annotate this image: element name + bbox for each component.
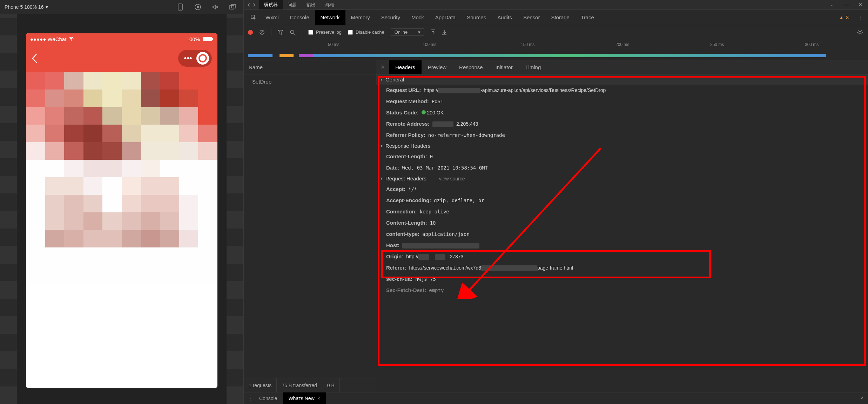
carrier-label: ●●●●● WeChat [30,36,66,42]
close-drawer-icon[interactable]: × [855,392,868,404]
menu-dots-icon[interactable]: ••• [181,52,195,65]
request-row[interactable]: SetDrop [244,74,376,88]
tab-sensor[interactable]: Sensor [518,10,546,25]
device-icon[interactable] [177,4,184,11]
request-headers-title[interactable]: ▼Request Headersview source [376,173,868,184]
disable-cache-checkbox[interactable]: Disable cache [348,29,384,35]
network-status-bar: 1 requests 75 B transferred 0 B [244,378,376,392]
tab-preview[interactable]: Preview [422,60,453,74]
network-timeline[interactable]: 50 ms 100 ms 150 ms 200 ms 250 ms 300 ms [244,39,868,60]
tab-mock[interactable]: Mock [406,10,430,25]
header-row: Request URL:https://-apim.azure-api.cn/a… [376,85,868,96]
close-tab-icon[interactable]: × [317,396,320,401]
simulator-toolbar: iPhone 5 100% 16 ▾ [0,0,243,14]
tab-initiator[interactable]: Initiator [489,60,519,74]
headers-body: ▼General Request URL:https://-apim.azure… [376,74,868,392]
tab-memory[interactable]: Memory [345,10,376,25]
drawer-handle-icon[interactable]: ⋮ [247,392,254,404]
record-icon[interactable] [194,4,201,11]
preserve-log-input[interactable] [308,30,313,35]
tab-problems[interactable]: 问题 [283,0,302,9]
general-title[interactable]: ▼General [376,74,868,85]
request-list-header[interactable]: Name [244,60,376,74]
device-selector[interactable]: iPhone 5 100% 16 ▾ [4,4,48,10]
preserve-log-checkbox[interactable]: Preserve log [308,29,342,35]
throttle-select[interactable]: Online ▾ [391,28,425,36]
svg-line-13 [261,31,263,34]
svg-rect-9 [203,37,212,41]
tab-terminal[interactable]: 终端 [321,0,339,9]
tab-sources[interactable]: Sources [461,10,492,25]
disable-cache-input[interactable] [348,30,353,35]
upload-icon[interactable] [431,29,436,35]
tab-audits[interactable]: Audits [492,10,518,25]
redacted [418,254,429,260]
close-icon[interactable]: ✕ [859,2,862,7]
sim-gutter-left [0,14,17,404]
warning-badge[interactable]: ▲ 3 [839,10,854,25]
header-row: Accept-Encoding:gzip, deflate, br [376,195,868,206]
chevron-down-icon[interactable]: ⌄ [830,2,834,7]
download-icon[interactable] [442,29,447,35]
view-source-link[interactable]: view source [439,176,465,181]
clear-icon[interactable] [259,29,265,35]
header-row: Content-Length:0 [376,151,868,162]
back-icon[interactable] [32,53,37,63]
close-detail-icon[interactable]: × [376,60,389,74]
windows-icon[interactable] [229,4,236,11]
svg-rect-7 [231,5,236,8]
nav-arrows-icon[interactable] [244,0,259,9]
redacted [402,243,479,249]
disable-cache-label: Disable cache [356,29,384,35]
devtools-panel: 调试器 问题 输出 终端 ⌄ — ✕ Wxml Console Network … [243,0,868,404]
wifi-icon [68,37,74,41]
timeline-tick: 200 ms [615,42,629,47]
response-headers-title[interactable]: ▼Response Headers [376,141,868,151]
minimize-icon[interactable]: — [844,2,849,7]
header-row: Connection:keep-alive [376,206,868,217]
capsule-menu: ••• [178,50,212,67]
detail-tabs: × Headers Preview Response Initiator Tim… [376,60,868,74]
tab-appdata[interactable]: AppData [430,10,461,25]
tab-wxml[interactable]: Wxml [260,10,284,25]
tab-console[interactable]: Console [284,10,315,25]
header-row: Remote Address: 2.205:443 [376,118,868,130]
header-row-referer: Referer:https://servicewechat.com/wx7d8p… [376,262,868,273]
tab-output[interactable]: 输出 [302,0,321,9]
svg-rect-10 [212,38,213,40]
redacted [438,88,480,93]
tab-headers[interactable]: Headers [389,60,422,74]
drawer-tab-whatsnew[interactable]: What's New× [283,392,325,404]
search-icon[interactable] [290,29,295,35]
header-row: Content-Length:10 [376,217,868,229]
record-button[interactable] [248,30,253,35]
tab-storage[interactable]: Storage [545,10,575,25]
timeline-tick: 50 ms [328,42,339,47]
tab-security[interactable]: Security [376,10,406,25]
tab-trace[interactable]: Trace [575,10,600,25]
svg-line-15 [294,33,295,35]
triangle-down-icon: ▼ [380,144,383,148]
preserve-log-label: Preserve log [316,29,342,35]
tab-debugger[interactable]: 调试器 [259,0,283,9]
drawer-tab-console[interactable]: Console [254,392,283,404]
header-row-origin: Origin:http:// :27373 [376,251,868,262]
tab-response[interactable]: Response [453,60,489,74]
header-row: Date:Wed, 03 Mar 2021 10:58:54 GMT [376,162,868,173]
network-toolbar: Preserve log Disable cache Online ▾ [244,25,868,39]
svg-rect-6 [230,6,234,9]
status-transferred: 75 B transferred [277,378,322,392]
console-drawer: ⋮ Console What's New× × [244,392,868,404]
header-row: Referrer Policy:no-referrer-when-downgra… [376,130,868,141]
filter-icon[interactable] [278,30,283,35]
timeline-tick: 300 ms [805,42,819,47]
inspect-icon[interactable] [247,10,260,25]
settings-icon[interactable] [857,29,868,35]
redacted [435,254,445,260]
close-capsule-icon[interactable] [196,52,209,65]
phone-frame: ●●●●● WeChat 100% [26,33,217,388]
tab-network[interactable]: Network [315,10,345,25]
tab-timing[interactable]: Timing [519,60,547,74]
more-menu-icon[interactable]: ⋮ [854,10,868,25]
mute-icon[interactable] [212,4,219,11]
